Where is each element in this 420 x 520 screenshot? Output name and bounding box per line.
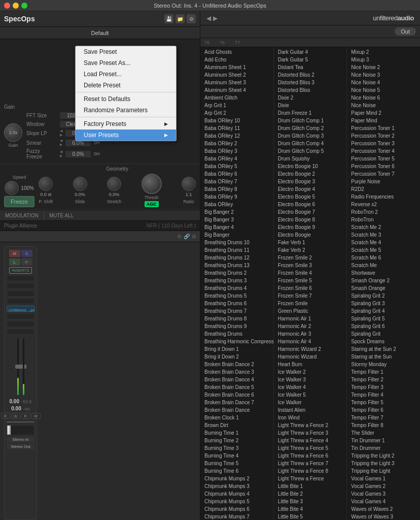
fuzzy-arrows[interactable]: ◀▶: [60, 150, 62, 158]
preset-item[interactable]: Breathing Drums 12: [200, 254, 273, 262]
preset-item[interactable]: Waves ol Waves 2: [347, 505, 420, 513]
preset-item[interactable]: Frozen Smile 7: [274, 292, 347, 300]
preset-item[interactable]: Little Bite 3: [274, 498, 347, 505]
preset-item[interactable]: Baba ORiley 6: [200, 170, 273, 178]
preset-item[interactable]: Baba ORiley 4: [200, 155, 273, 162]
menu-factory-presets[interactable]: Factory Presets: [76, 118, 176, 129]
preset-item[interactable]: Reverse x2: [347, 201, 420, 208]
preset-item[interactable]: Harmonic Air 2: [274, 322, 347, 330]
preset-item[interactable]: Broken Clock 1: [200, 414, 273, 421]
preset-item[interactable]: Ice Walker 4: [274, 383, 347, 391]
preset-item[interactable]: Breathing Harmonic Compressor: [200, 338, 273, 345]
preset-item[interactable]: Tripping the Light 2: [347, 452, 420, 460]
preset-item[interactable]: Distant Tea: [274, 63, 347, 71]
preset-item[interactable]: Breathing Drums 13: [200, 262, 273, 269]
preset-item[interactable]: Drum Glitch Comp 4: [274, 140, 347, 147]
thresh-knob[interactable]: [142, 174, 162, 194]
preset-item[interactable]: Smash Orange: [347, 284, 420, 292]
preset-item[interactable]: Breathing Drums 6: [200, 300, 273, 307]
preset-item[interactable]: Tempo Filter 6: [347, 406, 420, 414]
preset-item[interactable]: Vocal Games 1: [347, 475, 420, 482]
preset-item[interactable]: Baba ORiley 3: [200, 147, 273, 155]
preset-item[interactable]: Arp Grit 2: [200, 109, 273, 117]
preset-item[interactable]: Nice Noise 4: [347, 79, 420, 86]
settings-icon[interactable]: ⚙: [187, 14, 196, 23]
preset-item[interactable]: Spiraling Grit: [347, 330, 420, 338]
fader-container[interactable]: [20, 338, 21, 395]
preset-item[interactable]: Staring at the Sun: [347, 353, 420, 361]
preset-item[interactable]: Chipmunk Mumps 2: [200, 475, 273, 482]
pshift-knob[interactable]: [39, 177, 53, 191]
preset-item[interactable]: Drum Glitch Comp 5: [274, 147, 347, 155]
mixer-settings-icon[interactable]: ⚙: [177, 234, 182, 239]
stretch-knob[interactable]: [107, 177, 121, 191]
preset-item[interactable]: Paper Mind 2: [347, 109, 420, 117]
preset-item[interactable]: Drum Glitch Comp 1: [274, 117, 347, 124]
preset-item[interactable]: Instant Alien: [274, 406, 347, 414]
preset-item[interactable]: Light Threw a Fence 5: [274, 444, 347, 452]
read-button[interactable]: R: [1, 413, 10, 419]
preset-item[interactable]: Distorted Bliss 3: [274, 79, 347, 86]
preset-item[interactable]: Baba ORiley 7: [200, 178, 273, 185]
preset-item[interactable]: Ice Walker: [274, 399, 347, 406]
write-button-2[interactable]: W: [31, 413, 41, 419]
preset-item[interactable]: Ice Walker 5: [274, 391, 347, 399]
preset-item[interactable]: Radio Frequencies: [347, 193, 420, 201]
preset-item[interactable]: Nice Noise: [347, 102, 420, 109]
preset-item[interactable]: Tin Drummer 1: [347, 437, 420, 444]
preset-item[interactable]: Electro Boogie 5: [274, 193, 347, 201]
menu-load-preset[interactable]: Load Preset...: [76, 69, 176, 80]
write-button[interactable]: W: [11, 413, 20, 419]
fuzzy-value[interactable]: 0.0%: [65, 151, 91, 157]
preset-item[interactable]: Spiraling Grit 4: [347, 307, 420, 315]
preset-item[interactable]: Aluminum Sheet 4: [200, 86, 273, 94]
preset-item[interactable]: Tempo Filter 7: [347, 414, 420, 421]
preset-item[interactable]: Percussion Toner 1: [347, 124, 420, 132]
folder-icon[interactable]: 📁: [176, 14, 185, 23]
preset-item[interactable]: Frozen Smile 2: [274, 254, 347, 262]
preset-item[interactable]: Tripping the Light 3: [347, 460, 420, 467]
preset-item[interactable]: Light Threw a Fence 8: [274, 467, 347, 475]
listen-button[interactable]: L: [9, 258, 20, 266]
preset-item[interactable]: Breathing Drums 9: [200, 322, 273, 330]
preset-item[interactable]: Frozen Smile: [274, 300, 347, 307]
preset-item[interactable]: Percussion Toner 7: [347, 170, 420, 178]
preset-item[interactable]: Nice Noise 2: [347, 63, 420, 71]
slope-arrows[interactable]: ◀▶: [60, 129, 62, 137]
preset-item[interactable]: Acid Ghosts: [200, 48, 273, 56]
mute-button[interactable]: M: [9, 250, 20, 257]
preset-item[interactable]: Shortwave: [347, 269, 420, 277]
close-button[interactable]: [4, 3, 10, 9]
preset-item[interactable]: Drum Freeze 1: [274, 109, 347, 117]
menu-delete-preset[interactable]: Delete Preset: [76, 80, 176, 91]
preset-item[interactable]: Chipmunk Mumps 3: [200, 482, 273, 490]
preset-item[interactable]: Spiraling Grit 6: [347, 322, 420, 330]
preset-item[interactable]: Broken Brain Dance 4: [200, 376, 273, 383]
preset-item[interactable]: Scratch Me 6: [347, 254, 420, 262]
preset-item[interactable]: Nice Noise 5: [347, 86, 420, 94]
preset-item[interactable]: Broken Brain Dance 7: [200, 399, 273, 406]
preset-item[interactable]: Bring it Down 2: [200, 353, 273, 361]
preset-item[interactable]: Harmonic Wizard 2: [274, 345, 347, 353]
preset-item[interactable]: Electro Boogie 9: [274, 223, 347, 231]
preset-item[interactable]: Dixie 2: [274, 94, 347, 102]
preset-item[interactable]: Baba ORiley 10: [200, 117, 273, 124]
preset-item[interactable]: Dixie: [274, 102, 347, 109]
preset-item[interactable]: Breathing Drums 7: [200, 307, 273, 315]
preset-item[interactable]: Spiraling Grit 3: [347, 300, 420, 307]
preset-item[interactable]: Light Threw a Fence 4: [274, 437, 347, 444]
preset-item[interactable]: Frozen Smile 5: [274, 277, 347, 284]
preset-item[interactable]: Breathing Drums 10: [200, 239, 273, 246]
preset-item[interactable]: Baba ORiley: [200, 201, 273, 208]
preset-item[interactable]: Scratch Me 2: [347, 223, 420, 231]
preset-item[interactable]: Staring at the Sun 2: [347, 345, 420, 353]
preset-item[interactable]: Ambient Glitch: [200, 94, 273, 102]
preset-item[interactable]: Broken Brain Dance 2: [200, 361, 273, 368]
inserts-label-1[interactable]: INSERTS: [9, 267, 32, 274]
preset-item[interactable]: Electro Boogie 3: [274, 178, 347, 185]
solo-button[interactable]: S: [21, 250, 32, 257]
preset-item[interactable]: Mixup 3: [347, 56, 420, 63]
mute-all-button[interactable]: MUTE ALL: [44, 210, 79, 220]
preset-item[interactable]: Burning Time 5: [200, 460, 273, 467]
preset-item[interactable]: Drum Glitch Comp 2: [274, 124, 347, 132]
